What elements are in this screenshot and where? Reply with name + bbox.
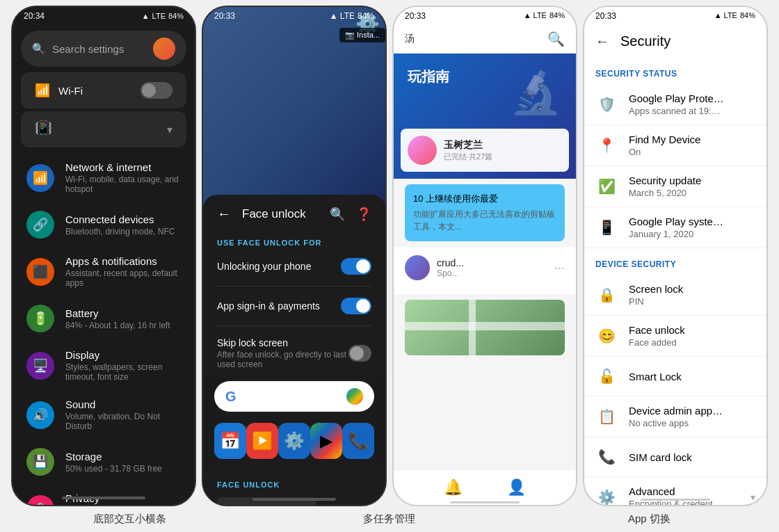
home-indicator xyxy=(62,497,145,499)
home-indicator-2 xyxy=(252,498,336,501)
status-bar-2: 20:33 ▲ LTE 84% xyxy=(203,7,385,25)
settings-item-display[interactable]: 🖥️ Display Styles, wallpapers, screen ti… xyxy=(13,341,195,390)
sec-item-sim-lock[interactable]: 📞 SIM card lock xyxy=(584,437,766,477)
battery-icon: 🔋 xyxy=(26,305,54,332)
skip-lock-row[interactable]: Skip lock screen After face unlock, go d… xyxy=(217,329,371,378)
unlock-phone-row[interactable]: Unlocking your phone xyxy=(217,250,371,283)
feed-item-1[interactable]: crud... Spo... ··· xyxy=(394,247,576,294)
chinese-banner: 玩指南 🔬 玉树芝兰 已完结·共27篇 xyxy=(394,54,576,179)
privacy-subtitle: Permissions, account activity, personal … xyxy=(65,506,181,506)
panel-header: ← Face unlock 🔍 ❓ xyxy=(203,195,385,227)
toolbar-back-icon[interactable]: 汤 xyxy=(405,33,415,45)
status-icons-2: ▲ LTE 84% xyxy=(330,11,374,21)
unlock-phone-toggle[interactable] xyxy=(341,258,371,275)
display-title: Display xyxy=(65,349,181,361)
settings-dock-icon[interactable]: ⚙️ xyxy=(278,423,310,459)
vibration-row[interactable]: 📳 ▾ xyxy=(21,111,186,147)
sec-item-face-unlock[interactable]: 😊 Face unlock Face added xyxy=(584,316,766,357)
sim-lock-icon: 📞 xyxy=(595,446,618,468)
display-subtitle: Styles, wallpapers, screen timeout, font… xyxy=(65,362,181,382)
continue-banner[interactable]: 10 上继续使用你最爱 功能扩展应用大多已无法喜欢的剪贴板工具，本文... xyxy=(405,184,565,241)
story-user-info: 玉树芝兰 已完结·共27篇 xyxy=(444,139,492,162)
caption-text-2: 多任务管理 xyxy=(363,513,415,526)
divider-2 xyxy=(217,325,371,326)
google-assistant-icon xyxy=(346,388,363,405)
devices-title: Connected devices xyxy=(65,213,175,225)
sec-page-title: Security xyxy=(620,33,755,49)
google-search-bar[interactable]: G xyxy=(214,381,374,412)
more-icon-1[interactable]: ··· xyxy=(554,261,565,275)
sound-icon: 🔊 xyxy=(26,401,54,429)
sec-back-button[interactable]: ← xyxy=(595,33,609,49)
search-bar[interactable]: 🔍 Search settings xyxy=(21,31,186,67)
search-placeholder: Search settings xyxy=(52,43,124,55)
face-unlock-icon: 😊 xyxy=(595,325,618,347)
person-icon[interactable]: 👤 xyxy=(507,478,526,497)
network-subtitle: Wi-Fi, mobile, data usage, and hotspot xyxy=(65,175,181,194)
lte-label: LTE xyxy=(152,12,166,20)
sec-item-screen-lock[interactable]: 🔒 Screen lock PIN xyxy=(584,275,766,316)
find-device-icon: 📍 xyxy=(595,134,618,156)
settings-item-apps[interactable]: ⬛ Apps & notifications Assistant, recent… xyxy=(13,247,195,296)
advanced-text: Advanced Encryption & credent… xyxy=(629,485,739,506)
status-icons-1: ▲ LTE 84% xyxy=(142,12,184,20)
search-panel-icon[interactable]: 🔍 xyxy=(330,207,345,222)
wifi-row[interactable]: 📶 Wi-Fi xyxy=(21,72,186,108)
toolbar-search-icon[interactable]: 🔍 xyxy=(547,31,565,47)
settings-item-privacy[interactable]: 🔒 Privacy Permissions, account activity,… xyxy=(13,484,195,506)
status-icons-3: ▲ LTE 84% xyxy=(524,11,565,21)
settings-item-sound[interactable]: 🔊 Sound Volume, vibration, Do Not Distur… xyxy=(13,390,195,440)
sec-item-play-system[interactable]: 📱 Google Play syste… January 1, 2020 xyxy=(584,207,766,248)
sec-item-advanced[interactable]: ⚙️ Advanced Encryption & credent… ▾ xyxy=(584,477,766,506)
feed-avatar-1 xyxy=(405,255,430,280)
sec-item-find-device[interactable]: 📍 Find My Device On xyxy=(584,125,766,166)
sec-item-admin-app[interactable]: 📋 Device admin app… No active apps xyxy=(584,396,766,437)
sec-item-play-protect[interactable]: 🛡️ Google Play Prote… Apps scanned at 19… xyxy=(584,84,766,125)
help-icon[interactable]: ❓ xyxy=(356,207,371,222)
battery-label: 84% xyxy=(168,12,184,20)
screen-lock-sub: PIN xyxy=(629,296,755,307)
play-protect-title: Google Play Prote… xyxy=(629,92,755,104)
wifi-toggle[interactable] xyxy=(140,82,172,99)
play-protect-text: Google Play Prote… Apps scanned at 19:… xyxy=(629,92,755,116)
advanced-icon: ⚙️ xyxy=(595,486,618,506)
face-bg: ⚙️ 📷 Insta... xyxy=(203,7,385,209)
advanced-title: Advanced xyxy=(629,485,739,497)
youtube-icon[interactable]: ▶️ xyxy=(246,423,278,459)
apps-title: Apps & notifications xyxy=(65,255,181,267)
screen-lock-icon: 🔒 xyxy=(595,284,618,306)
phone-icon[interactable]: 📞 xyxy=(342,423,374,459)
admin-app-sub: No active apps xyxy=(629,418,755,428)
settings-item-network[interactable]: 📶 Network & internet Wi-Fi, mobile, data… xyxy=(13,153,195,202)
wifi-icon: 📶 xyxy=(35,83,50,98)
devices-subtitle: Bluetooth, driving mode, NFC xyxy=(65,227,175,236)
bell-icon[interactable]: 🔔 xyxy=(444,478,463,497)
settings-item-storage[interactable]: 💾 Storage 50% used - 31.78 GB free xyxy=(13,440,195,484)
search-icon: 🔍 xyxy=(32,42,45,55)
app-signin-toggle[interactable] xyxy=(341,298,371,314)
sound-title: Sound xyxy=(65,398,181,410)
settings-item-devices[interactable]: 🔗 Connected devices Bluetooth, driving m… xyxy=(13,202,195,247)
sec-item-update[interactable]: ✅ Security update March 5, 2020 xyxy=(584,166,766,207)
play-system-icon: 📱 xyxy=(595,216,618,239)
play-protect-icon: 🛡️ xyxy=(595,93,618,115)
skip-lock-label: Skip lock screen xyxy=(217,337,348,348)
play-system-sub: January 1, 2020 xyxy=(629,229,755,239)
app-signin-label: App sign-in & payments xyxy=(217,300,320,312)
caption-1: 底部交互小横条 xyxy=(0,506,259,532)
sec-item-smart-lock[interactable]: 🔓 Smart Lock xyxy=(584,357,766,396)
play-store-icon[interactable]: ▶ xyxy=(310,423,342,459)
screen3-bottom-bar: 🔔 👤 xyxy=(394,469,576,505)
time-2: 20:33 xyxy=(214,11,235,21)
app-signin-row[interactable]: App sign-in & payments xyxy=(217,289,371,323)
back-button[interactable]: ← xyxy=(217,206,231,222)
find-device-text: Find My Device On xyxy=(629,134,755,157)
admin-app-title: Device admin app… xyxy=(629,405,755,417)
settings-item-battery[interactable]: 🔋 Battery 84% - About 1 day, 16 hr left xyxy=(13,296,195,341)
story-card[interactable]: 玉树芝兰 已完结·共27篇 xyxy=(401,129,569,172)
calendar-icon[interactable]: 📅 xyxy=(214,423,246,459)
insta-overlay: 📷 Insta... xyxy=(339,28,385,42)
status-icons-4: ▲ LTE 84% xyxy=(714,11,755,21)
skip-lock-toggle[interactable] xyxy=(348,345,371,362)
feed-header-1: crud... Spo... ··· xyxy=(405,255,565,280)
